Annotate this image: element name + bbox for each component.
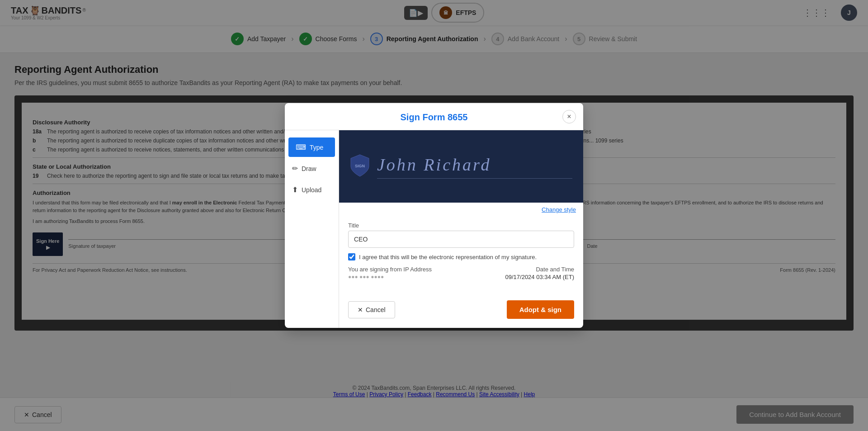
agreement-row: I agree that this will be the electronic… <box>348 253 574 260</box>
agreement-checkbox[interactable] <box>348 253 355 260</box>
modal-fields: Title I agree that this will be the elec… <box>339 217 583 295</box>
sign-shield-container: SIGN <box>350 154 370 179</box>
modal-main: SIGN John Richard Change style Title <box>339 130 583 328</box>
tab-draw[interactable]: ✏ Draw <box>285 159 339 178</box>
signature-underline <box>377 178 572 179</box>
title-input[interactable] <box>348 231 574 248</box>
tab-draw-label: Draw <box>302 165 316 172</box>
modal-footer: ✕ Cancel Adopt & sign <box>339 295 583 328</box>
cancel-label: Cancel <box>366 306 386 313</box>
adopt-sign-button[interactable]: Adopt & sign <box>507 300 574 319</box>
agreement-label: I agree that this will be the electronic… <box>359 254 537 260</box>
shield-svg: SIGN <box>350 154 370 177</box>
ip-date-row: You are signing from IP Address ●●● ●●● … <box>348 266 574 280</box>
date-label: Date and Time <box>505 266 574 273</box>
signature-canvas: SIGN John Richard <box>339 130 583 203</box>
tab-upload[interactable]: ⬆ Upload <box>285 180 339 199</box>
tab-type-label: Type <box>310 144 323 151</box>
modal-sidebar: ⌨ Type ✏ Draw ⬆ Upload <box>285 130 339 328</box>
modal-cancel-button[interactable]: ✕ Cancel <box>348 301 395 318</box>
tab-type[interactable]: ⌨ Type <box>288 137 335 157</box>
title-field-label-modal: Title <box>348 222 574 229</box>
ip-label: You are signing from IP Address <box>348 266 432 273</box>
modal-body: ⌨ Type ✏ Draw ⬆ Upload <box>285 130 583 328</box>
signature-text-area: John Richard <box>377 155 572 179</box>
signature-display: John Richard <box>377 155 572 175</box>
ip-section: You are signing from IP Address ●●● ●●● … <box>348 266 432 280</box>
keyboard-icon: ⌨ <box>296 143 306 152</box>
change-style-link[interactable]: Change style <box>339 203 583 217</box>
svg-text:SIGN: SIGN <box>355 164 365 168</box>
modal-header: Sign Form 8655 × <box>285 103 583 130</box>
date-section: Date and Time 09/17/2024 03:34 AM (ET) <box>505 266 574 280</box>
date-value: 09/17/2024 03:34 AM (ET) <box>505 274 574 280</box>
pencil-icon: ✏ <box>292 164 298 173</box>
modal-close-button[interactable]: × <box>562 110 576 123</box>
upload-icon: ⬆ <box>292 185 298 194</box>
cancel-x-icon: ✕ <box>358 306 363 313</box>
modal-title: Sign Form 8655 <box>401 112 468 123</box>
sign-form-modal: Sign Form 8655 × ⌨ Type ✏ Draw ⬆ Upload <box>285 103 583 328</box>
tab-upload-label: Upload <box>302 186 321 194</box>
ip-value: ●●● ●●● ●●●● <box>348 274 432 280</box>
modal-overlay[interactable]: Sign Form 8655 × ⌨ Type ✏ Draw ⬆ Upload <box>0 0 868 431</box>
